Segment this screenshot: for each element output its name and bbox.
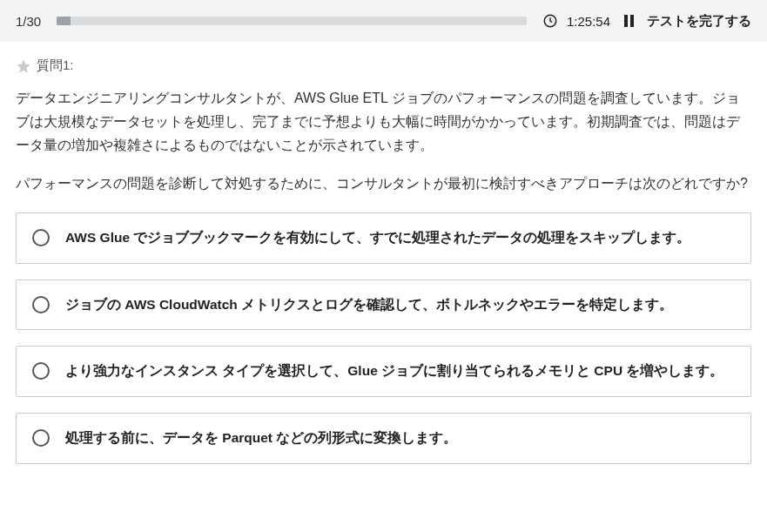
finish-test-button[interactable]: テストを完了する [647,13,751,30]
radio-icon [32,429,50,447]
option-2[interactable]: ジョブの AWS CloudWatch メトリクスとログを確認して、ボトルネック… [16,279,751,331]
radio-icon [32,362,50,380]
options-list: AWS Glue でジョブブックマークを有効にして、すでに処理されたデータの処理… [16,212,751,464]
star-icon[interactable] [16,58,31,74]
question-paragraph-1: データエンジニアリングコンサルタントが、AWS Glue ETL ジョブのパフォ… [16,86,751,158]
timer: 1:25:54 [567,14,610,29]
option-text: より強力なインスタンス タイプを選択して、Glue ジョブに割り当てられるメモリ… [65,360,723,382]
question-header: 質問1: [16,57,751,74]
radio-icon [32,229,50,246]
option-text: AWS Glue でジョブブックマークを有効にして、すでに処理されたデータの処理… [65,227,690,249]
question-paragraph-2: パフォーマンスの問題を診断して対処するために、コンサルタントが最初に検討すべきア… [16,172,751,195]
radio-icon [32,296,50,313]
content: 質問1: データエンジニアリングコンサルタントが、AWS Glue ETL ジョ… [0,42,767,481]
question-body: データエンジニアリングコンサルタントが、AWS Glue ETL ジョブのパフォ… [16,86,751,195]
pause-icon[interactable] [622,15,635,27]
clock-icon [542,13,558,29]
question-label: 質問1: [37,57,74,74]
option-1[interactable]: AWS Glue でジョブブックマークを有効にして、すでに処理されたデータの処理… [16,212,751,264]
progress-counter: 1/30 [16,14,41,29]
progress-bar[interactable] [57,17,527,25]
progress-fill [57,17,71,25]
option-text: ジョブの AWS CloudWatch メトリクスとログを確認して、ボトルネック… [65,294,673,316]
topbar: 1/30 1:25:54 テストを完了する [0,0,767,42]
option-text: 処理する前に、データを Parquet などの列形式に変換します。 [65,428,457,449]
option-3[interactable]: より強力なインスタンス タイプを選択して、Glue ジョブに割り当てられるメモリ… [16,346,751,397]
option-4[interactable]: 処理する前に、データを Parquet などの列形式に変換します。 [16,413,751,464]
